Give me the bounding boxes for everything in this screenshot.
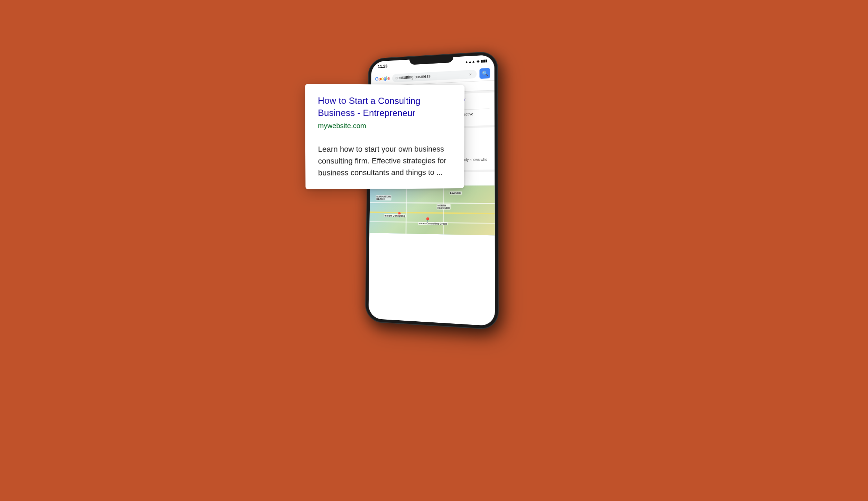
map-label-north-redondo: NORTHREDONDO <box>437 204 451 210</box>
search-button[interactable]: 🔍 <box>480 68 490 79</box>
battery-icon: ▮▮▮ <box>481 59 487 63</box>
search-box[interactable]: consulting business × <box>392 69 477 82</box>
map-label-insight: Insight Consulting <box>384 214 406 218</box>
map-image[interactable]: 📍 📍 MANHATTANBEACH NORTHREDONDO Insight … <box>369 186 495 236</box>
clear-icon[interactable]: × <box>469 72 472 77</box>
search-icon: 🔍 <box>482 70 488 76</box>
search-query: consulting business <box>396 74 431 81</box>
signal-icon: ▲▲▲ <box>465 59 475 64</box>
wifi-icon: ◈ <box>477 59 479 63</box>
status-time: 11.23 <box>378 64 387 69</box>
power-button <box>497 93 498 114</box>
card-url[interactable]: mywebsite.com <box>318 122 452 130</box>
map-label-hanes: Hanes Consulting Group <box>418 222 447 225</box>
map-label-manhattan: MANHATTANBEACH <box>376 195 391 201</box>
map-label-lawndale: Lawndale <box>449 191 462 195</box>
card-snippet: Learn how to start your own business con… <box>318 143 452 179</box>
card-divider <box>318 137 452 137</box>
map-background: 📍 📍 MANHATTANBEACH NORTHREDONDO Insight … <box>369 186 495 236</box>
status-icons: ▲▲▲ ◈ ▮▮▮ <box>465 59 487 64</box>
google-logo: Google <box>375 76 390 82</box>
floating-search-result-card: How to Start a Consulting Business - Ent… <box>305 84 464 189</box>
card-title[interactable]: How to Start a Consulting Business - Ent… <box>318 95 452 120</box>
